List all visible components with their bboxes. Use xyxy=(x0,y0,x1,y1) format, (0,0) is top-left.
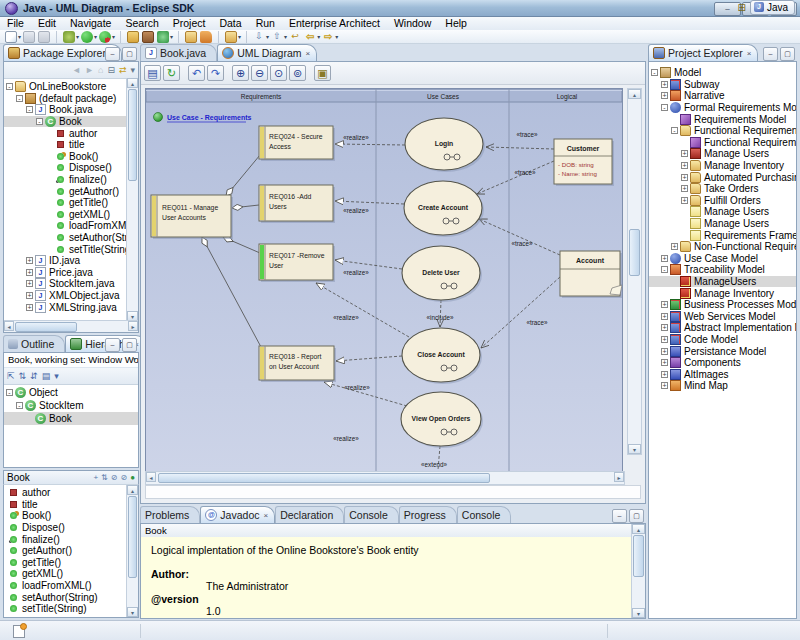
tree-item[interactable]: - C Object xyxy=(4,386,138,399)
dropdown-arrow-icon[interactable]: ▾ xyxy=(335,33,338,40)
maximize-view-button[interactable]: ▢ xyxy=(122,338,137,352)
diagram-toolbar-button[interactable]: ▣ xyxy=(314,65,331,81)
toolbar-icon[interactable]: ▤ xyxy=(42,371,51,381)
toolbar-button[interactable] xyxy=(37,30,52,44)
editor-tab[interactable]: UML Diagram × xyxy=(217,44,317,61)
toolbar-button[interactable]: ▾ xyxy=(98,30,116,44)
toolbar-icon[interactable]: + xyxy=(93,473,98,482)
view-tab[interactable]: Progress xyxy=(399,506,457,523)
expand-collapse-icon[interactable]: + xyxy=(26,280,33,287)
expand-collapse-icon[interactable]: + xyxy=(661,359,668,366)
scroll-up-icon[interactable]: ▴ xyxy=(127,485,138,495)
expand-collapse-icon[interactable]: - xyxy=(661,266,668,273)
expand-collapse-icon[interactable]: - xyxy=(6,83,13,90)
tree-item[interactable]: Dispose() xyxy=(4,162,127,174)
expand-collapse-icon[interactable]: - xyxy=(16,402,23,409)
tree-item[interactable]: + Code Model xyxy=(649,334,796,346)
tree-item[interactable]: - C StockItem xyxy=(4,399,138,412)
diagram-toolbar-button[interactable] xyxy=(182,65,186,81)
tree-item[interactable]: + Persistance Model xyxy=(649,345,796,357)
diagram-horizontal-scrollbar[interactable]: ◂ ▸ xyxy=(145,471,625,485)
toolbar-button[interactable]: ▾ xyxy=(80,30,98,44)
menu-item[interactable]: Data xyxy=(212,17,248,30)
toolbar-button[interactable]: ⇨ ▾ xyxy=(321,30,339,44)
tree-item[interactable]: getTitle() xyxy=(4,197,127,209)
tree-item[interactable]: finalize() xyxy=(4,174,127,186)
toolbar-button[interactable] xyxy=(214,30,224,44)
diagram-toolbar-button[interactable]: ↷ xyxy=(207,65,224,81)
expand-collapse-icon[interactable]: + xyxy=(26,304,33,311)
dropdown-arrow-icon[interactable]: ▾ xyxy=(94,33,97,40)
toolbar-button[interactable] xyxy=(184,30,199,44)
view-tab[interactable]: Problems xyxy=(140,506,200,523)
list-item[interactable]: author xyxy=(4,487,127,499)
menu-item[interactable]: Help xyxy=(438,17,474,30)
scrollbar-thumb[interactable] xyxy=(158,473,490,483)
list-item[interactable]: Dispose() xyxy=(4,522,127,534)
toolbar-icon[interactable]: ► xyxy=(85,65,94,75)
toolbar-button[interactable]: ↩ xyxy=(288,30,303,44)
tree-item[interactable]: + Narrative xyxy=(649,90,796,102)
tree-item[interactable]: ManageUsers xyxy=(649,276,796,288)
toolbar-icon[interactable]: ⊘ xyxy=(111,473,118,482)
dropdown-arrow-icon[interactable]: ▾ xyxy=(284,33,287,40)
tree-item[interactable]: + J XMLString.java xyxy=(4,301,127,313)
tree-item[interactable]: setTitle(String) xyxy=(4,243,127,255)
tree-item[interactable]: loadFromXML() xyxy=(4,220,127,232)
dropdown-arrow-icon[interactable]: ▾ xyxy=(266,33,269,40)
tree-item[interactable]: + Automated Purchasing Servic xyxy=(649,171,796,183)
toolbar-button[interactable] xyxy=(116,30,126,44)
scroll-down-icon[interactable]: ▾ xyxy=(628,444,641,454)
toolbar-icon[interactable]: ● xyxy=(130,473,135,482)
tree-item[interactable]: + Use Case Model xyxy=(649,253,796,265)
expand-collapse-icon[interactable]: + xyxy=(661,371,668,378)
toolbar-button[interactable] xyxy=(52,30,62,44)
expand-collapse-icon[interactable]: - xyxy=(36,118,43,125)
toolbar-button[interactable]: ▾ xyxy=(62,30,80,44)
scrollbar-thumb[interactable] xyxy=(629,229,640,276)
uml-node-req016[interactable]: REQ016 -Add Users xyxy=(259,185,335,223)
expand-collapse-icon[interactable]: + xyxy=(661,92,668,99)
toolbar-button[interactable]: ⇧ ▾ xyxy=(270,30,288,44)
dropdown-arrow-icon[interactable]: ▾ xyxy=(170,33,173,40)
expand-collapse-icon[interactable]: + xyxy=(661,301,668,308)
diagram-toolbar-button[interactable] xyxy=(226,65,230,81)
expand-collapse-icon[interactable]: - xyxy=(651,69,658,76)
tree-item[interactable]: setAuthor(String) xyxy=(4,232,127,244)
list-item[interactable]: finalize() xyxy=(4,533,127,545)
list-item[interactable]: setAuthor(String) xyxy=(4,591,127,603)
tree-item[interactable]: C Book xyxy=(4,412,138,425)
tree-item[interactable]: Manage Users xyxy=(649,218,796,230)
scroll-right-icon[interactable]: ▸ xyxy=(614,472,624,482)
tree-item[interactable]: title xyxy=(4,139,127,151)
list-item[interactable]: loadFromXML() xyxy=(4,580,127,592)
uml-class-customer[interactable]: Customer - DOB: string - Name: string xyxy=(554,139,614,186)
expand-collapse-icon[interactable]: - xyxy=(6,389,13,396)
tree-item[interactable]: + Business Processes Model xyxy=(649,299,796,311)
toolbar-icon[interactable]: ▾ xyxy=(54,371,59,381)
toolbar-icon[interactable]: ⇅ xyxy=(19,371,27,381)
expand-collapse-icon[interactable]: + xyxy=(26,257,33,264)
toolbar-button[interactable]: ⇩ ▾ xyxy=(252,30,270,44)
view-tab[interactable]: Console xyxy=(457,506,512,523)
tree-item[interactable]: getAuthor() xyxy=(4,185,127,197)
expand-collapse-icon[interactable]: - xyxy=(671,127,678,134)
tree-item[interactable]: Book() xyxy=(4,151,127,163)
minimize-view-button[interactable]: – xyxy=(105,47,120,61)
editor-tab[interactable]: J Book.java xyxy=(140,44,217,61)
dropdown-arrow-icon[interactable]: ▾ xyxy=(238,33,241,40)
list-item[interactable]: getXML() xyxy=(4,568,127,580)
toolbar-button[interactable] xyxy=(242,30,252,44)
fast-view-icon[interactable] xyxy=(13,625,25,638)
tree-item[interactable]: - (default package) xyxy=(4,93,127,105)
expand-collapse-icon[interactable]: + xyxy=(661,313,668,320)
tree-item[interactable]: + Fulfill Orders xyxy=(649,195,796,207)
view-menu-icon[interactable]: ▾ xyxy=(133,355,136,362)
scrollbar-thumb[interactable] xyxy=(128,496,137,578)
expand-collapse-icon[interactable]: + xyxy=(681,197,688,204)
expand-collapse-icon[interactable]: + xyxy=(26,269,33,276)
toolbar-button[interactable] xyxy=(199,30,214,44)
tree-item[interactable]: Functional Requirements xyxy=(649,137,796,149)
tree-item[interactable]: + Manage Users xyxy=(649,148,796,160)
diagram-toolbar-button[interactable]: ⊙ xyxy=(270,65,287,81)
